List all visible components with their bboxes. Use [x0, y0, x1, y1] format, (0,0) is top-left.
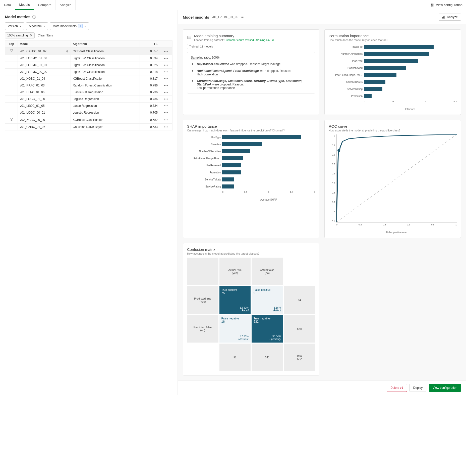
sparkle-icon [191, 69, 194, 73]
chevron-down-icon [84, 26, 86, 27]
training-summary-card: Model training summary Loaded training d… [183, 29, 319, 115]
algorithm-cell: LightGBM Classification [71, 69, 140, 75]
bar-fill [222, 163, 241, 167]
view-config-top-button[interactable]: View configuration [427, 3, 466, 7]
svg-line-6 [336, 134, 457, 222]
footer-bar: Delete v1 Deploy View configuration [178, 380, 466, 395]
deploy-button[interactable]: Deploy [410, 384, 426, 392]
filter-count-badge: 1 [78, 24, 83, 28]
table-header[interactable]: Model [18, 41, 71, 47]
f1-cell: 0.736 [140, 89, 160, 96]
bar-fill [222, 135, 301, 139]
models-table: TopModelAlgorithmF1 v01_CATBC_01_02 ⊗Cat… [5, 40, 172, 130]
dataset-link[interactable]: Customer churn revised - training.csv [224, 38, 270, 41]
row-actions-icon[interactable]: ••• [164, 111, 168, 114]
row-actions-icon[interactable]: ••• [164, 97, 168, 101]
training-title: Model training summary [194, 34, 274, 38]
bar-fill [364, 45, 434, 49]
shap-chart: PlanTypeBaseFeeNumberOfPenaltiesPriorPer… [187, 134, 315, 189]
analyze-button[interactable]: Analyze [439, 14, 461, 21]
bar-label: Promotion [329, 95, 363, 98]
version-filter[interactable]: Version [5, 22, 24, 30]
clear-filters-link[interactable]: Clear filters [38, 34, 53, 37]
f1-cell: 0.734 [140, 103, 160, 109]
view-config-label: View configuration [436, 3, 462, 7]
f1-cell: 0.857 [140, 47, 160, 55]
model-name-cell: v01_LSOC_01_05 [18, 103, 71, 109]
bar-label: ServiceTickets [329, 81, 363, 83]
algorithm-cell: Elastic Net Regression [71, 89, 140, 96]
table-row[interactable]: v01_CATBC_01_02 ⊗CatBoost Classification… [5, 47, 172, 55]
delete-button[interactable]: Delete v1 [387, 384, 407, 392]
bar-fill [222, 177, 234, 181]
view-configuration-button[interactable]: View configuration [429, 384, 461, 392]
model-name-cell: v01_XGBC_01_04 [18, 75, 71, 82]
model-metrics-title: Model metrics [5, 15, 30, 19]
actual-true-header: Actual true (yes) [219, 258, 251, 285]
f1-cell: 0.834 [140, 55, 160, 62]
more-actions-icon[interactable]: ••• [241, 15, 245, 19]
table-row[interactable]: v01_GNBC_01_07Gaussian Naive Bayes0.633•… [5, 124, 172, 130]
table-row[interactable]: v01_LOGC_00_01Logistic Regression0.705••… [5, 109, 172, 116]
bar-fill [222, 149, 250, 153]
col-false-total: 541 [252, 344, 283, 371]
table-row[interactable]: v01_LGBMC_01_01LightGBM Classification0.… [5, 62, 172, 69]
bar-label: PriorPeriodUsage-Rou... [329, 74, 363, 76]
algorithm-filter[interactable]: Algorithm [26, 22, 48, 30]
tab-models[interactable]: Models [15, 0, 34, 10]
table-row[interactable]: v01_XGBC_01_04XGBoost Classification0.81… [5, 75, 172, 82]
chevron-down-icon [19, 26, 21, 27]
table-row[interactable]: v01_RAFC_01_03Random Forest Classificati… [5, 82, 172, 89]
row-actions-icon[interactable]: ••• [164, 50, 168, 53]
table-header[interactable]: Algorithm [71, 41, 140, 47]
tab-data[interactable]: Data [0, 0, 15, 10]
f1-cell: 0.786 [140, 82, 160, 89]
grand-total: Total632 [284, 344, 315, 371]
model-name-cell: v01_LGBMC_01_01 [18, 62, 71, 69]
bar-label: PlanType [187, 136, 221, 139]
row-actions-icon[interactable]: ••• [164, 70, 168, 74]
true-positive-cell: True positive 75 82.42%Recall [219, 286, 251, 314]
table-header[interactable]: Top [5, 41, 18, 47]
model-name-cell: v01_GNBC_01_07 [18, 124, 71, 130]
model-name-cell: v01_LGBMC_01_08 [18, 55, 71, 62]
chip-remove-icon[interactable]: ✕ [30, 34, 32, 37]
row-actions-icon[interactable]: ••• [164, 125, 168, 129]
bar-fill [222, 142, 262, 146]
model-insights-pane: Model insights v01_CATBC_01_02 ••• Analy… [178, 10, 466, 395]
f1-cell: 0.682 [140, 116, 160, 124]
row-actions-icon[interactable]: ••• [164, 104, 168, 108]
algorithm-cell: LightGBM Classification [71, 62, 140, 69]
row-actions-icon[interactable]: ••• [164, 84, 168, 87]
table-row[interactable]: v01_LOGC_01_00Logistic Regression0.736••… [5, 96, 172, 103]
model-name-cell: v01_LOGC_01_00 [18, 96, 71, 103]
bar-label: NumberOfPenalties [329, 53, 363, 55]
table-row[interactable]: v01_LGBMC_00_00LightGBM Classification0.… [5, 69, 172, 75]
info-icon[interactable]: i [32, 15, 36, 19]
model-name-cell: v01_RAFC_01_03 [18, 82, 71, 89]
table-row[interactable]: v01_LGBMC_01_08LightGBM Classification0.… [5, 55, 172, 62]
row-tp-total: 84 [284, 286, 315, 314]
table-row[interactable]: v01_LSOC_01_05Lasso Regression0.734••• [5, 103, 172, 109]
tab-analyze[interactable]: Analyze [56, 0, 76, 10]
col-true-total: 91 [219, 344, 251, 371]
table-row[interactable]: v02_XGBC_00_00XGBoost Classification0.68… [5, 116, 172, 124]
table-row[interactable]: v01_ELNC_01_06Elastic Net Regression0.73… [5, 89, 172, 96]
bar-fill [364, 59, 418, 63]
permutation-chart: BaseFeeNumberOfPenaltiesPlanTypeHasRenew… [329, 44, 457, 99]
table-header[interactable]: F1 [140, 41, 160, 47]
row-actions-icon[interactable]: ••• [164, 118, 168, 122]
row-actions-icon[interactable]: ••• [164, 57, 168, 60]
deselect-icon[interactable]: ⊗ [66, 50, 69, 53]
more-filters[interactable]: More model filters 1 [50, 22, 89, 30]
svg-rect-1 [443, 16, 444, 18]
bar-fill [222, 170, 241, 174]
algorithm-cell: XGBoost Classification [71, 75, 140, 82]
algorithm-cell: CatBoost Classification [71, 47, 140, 55]
tab-compare[interactable]: Compare [34, 0, 55, 10]
chevron-down-icon [43, 26, 45, 27]
row-actions-icon[interactable]: ••• [164, 77, 168, 80]
row-actions-icon[interactable]: ••• [164, 90, 168, 94]
row-actions-icon[interactable]: ••• [164, 63, 168, 67]
table-header[interactable] [160, 41, 172, 47]
